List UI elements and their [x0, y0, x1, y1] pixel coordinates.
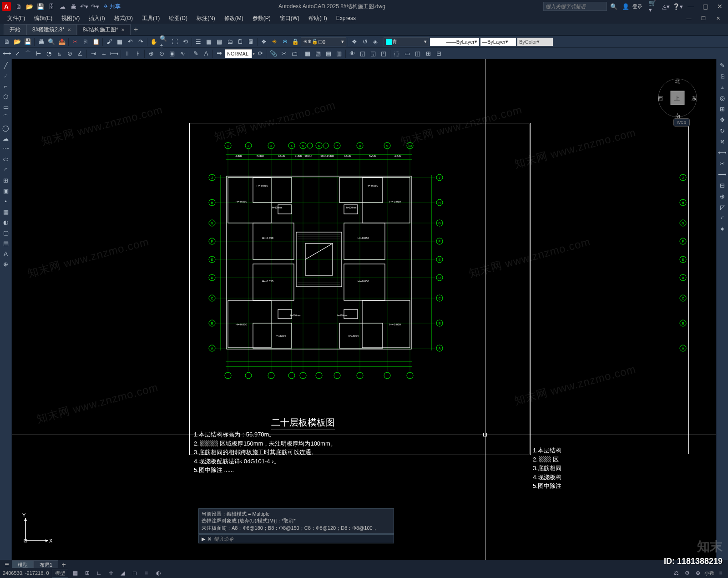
circle-icon[interactable]: ◯ [1, 123, 11, 133]
ref-attach-icon[interactable]: 📎 [268, 49, 278, 59]
menu-window[interactable]: 窗口(W) [276, 14, 303, 23]
misc4-icon[interactable]: ⊞ [423, 49, 433, 59]
menu-dim[interactable]: 标注(N) [193, 14, 219, 23]
extend-icon[interactable]: ⟶ [718, 169, 728, 179]
array-icon[interactable]: ⊞ [718, 104, 728, 114]
ellipse-icon[interactable]: ⬭ [1, 154, 11, 164]
pan-icon[interactable]: ✋ [149, 37, 159, 47]
mtext-icon[interactable]: A [1, 248, 11, 259]
copy-icon[interactable]: ⎘ [81, 37, 91, 47]
layer-state-icon[interactable]: ❖ [349, 37, 359, 47]
toolpalette-icon[interactable]: ▤ [214, 37, 224, 47]
lwt-icon[interactable]: ≡ [142, 569, 151, 577]
web-icon[interactable]: ☁ [57, 1, 67, 11]
rectangle-icon[interactable]: ▭ [1, 102, 11, 112]
designcenter-icon[interactable]: ▦ [204, 37, 214, 47]
close-icon[interactable]: ✕ [713, 0, 726, 13]
ellipse-arc-icon[interactable]: ◜ [1, 165, 11, 175]
dimtedit-icon[interactable]: A [201, 49, 211, 59]
doc-tab-start[interactable]: 开始 [4, 24, 26, 35]
pline-icon[interactable]: ⌐ [1, 81, 11, 91]
addselected-icon[interactable]: ⊕ [1, 259, 11, 269]
print-icon[interactable]: 🖶 [36, 37, 46, 47]
login-label[interactable]: 登录 [632, 3, 642, 10]
inspect-icon[interactable]: ▣ [167, 49, 177, 59]
plot-icon[interactable]: 🖶 [68, 1, 78, 11]
customize-icon[interactable]: ≡ [716, 569, 725, 577]
view4-icon[interactable]: ◳ [379, 49, 389, 59]
save-icon[interactable]: 💾 [23, 37, 33, 47]
dimedit-icon[interactable]: ✎ [191, 49, 201, 59]
transparency-icon[interactable]: ◐ [154, 569, 163, 577]
break-icon[interactable]: ⊟ [718, 180, 728, 190]
misc2-icon[interactable]: ▭ [402, 49, 412, 59]
dim-baseline-icon[interactable]: ⫠ [99, 49, 109, 59]
xline-icon[interactable]: ⟋ [1, 71, 11, 81]
dim-aligned-icon[interactable]: ⤢ [12, 49, 22, 59]
explode-icon[interactable]: ✶ [718, 224, 728, 234]
copy-icon[interactable]: ⎘ [718, 71, 728, 81]
view2-icon[interactable]: ◱ [358, 49, 368, 59]
color-dropdown[interactable]: 青 ▾ [384, 37, 429, 46]
osnap-icon[interactable]: ◻ [130, 569, 139, 577]
tolerance-icon[interactable]: ⊕ [146, 49, 156, 59]
layer-iso-icon[interactable]: ◈ [370, 37, 380, 47]
menu-help[interactable]: 帮助(H) [305, 14, 331, 23]
trim-icon[interactable]: ✂ [718, 158, 728, 168]
tab-close-icon[interactable]: ✕ [121, 27, 125, 32]
add-tab-button[interactable]: + [131, 24, 142, 35]
join-icon[interactable]: ⊕ [718, 191, 728, 201]
dim-continue-icon[interactable]: ⟼ [109, 49, 119, 59]
misc5-icon[interactable]: ⊟ [434, 49, 444, 59]
zoom-prev-icon[interactable]: ⟲ [180, 37, 190, 47]
tab-close-icon[interactable]: ✕ [67, 27, 71, 32]
dim-update-icon[interactable]: ⟳ [255, 49, 265, 59]
misc3-icon[interactable]: ◫ [413, 49, 423, 59]
table-icon[interactable]: ▤ [1, 238, 11, 248]
revcloud-icon[interactable]: ☁ [1, 133, 11, 143]
gradient-icon[interactable]: ◐ [1, 217, 11, 227]
dim-arc-icon[interactable]: ⌒ [23, 49, 33, 59]
linetype-dropdown[interactable]: —— ByLayer ▾ [430, 37, 480, 46]
mirror-icon[interactable]: ⟁ [718, 82, 728, 92]
search-icon[interactable]: 🔍 [609, 1, 619, 11]
cart-icon[interactable]: 🛒▾ [649, 1, 659, 11]
layer-prev-icon[interactable]: ↺ [360, 37, 370, 47]
region-icon[interactable]: ▢ [1, 228, 11, 238]
viewcube[interactable]: 上 北 南 西 东 [657, 77, 698, 118]
fillet-icon[interactable]: ◜ [718, 213, 728, 223]
layer-dropdown[interactable]: ☀❄🔓▢ 0 ▾ [301, 37, 346, 46]
rotate-icon[interactable]: ↻ [718, 126, 728, 136]
dimstyle-input[interactable] [225, 49, 252, 58]
express1-icon[interactable]: ▦ [303, 49, 313, 59]
wcs-label[interactable]: WCS [673, 118, 690, 127]
share-button[interactable]: ✈ 共享 [104, 3, 121, 10]
workspace-icon[interactable]: ⚙ [682, 569, 692, 577]
ref-clip-icon[interactable]: ✂ [279, 49, 289, 59]
drawing-canvas[interactable]: 知末网 www.znzmo.com 知末网 www.znzmo.com 知末网 … [12, 59, 716, 563]
menu-format[interactable]: 格式(O) [111, 14, 136, 23]
menu-express[interactable]: Express [333, 14, 359, 22]
point-icon[interactable]: • [1, 196, 11, 206]
properties-icon[interactable]: ☰ [193, 37, 203, 47]
insert-icon[interactable]: ⊞ [1, 175, 11, 185]
dim-jogged-icon[interactable]: ⦝ [54, 49, 64, 59]
layer-icon[interactable]: ❖ [259, 37, 269, 47]
freeze-icon[interactable]: ❄ [280, 37, 290, 47]
save-icon[interactable]: 💾 [35, 1, 46, 11]
dim-angular-icon[interactable]: ∠ [75, 49, 85, 59]
sheetset-icon[interactable]: 🗂 [225, 37, 235, 47]
match-icon[interactable]: 🖌 [104, 37, 114, 47]
open-icon[interactable]: 📂 [12, 37, 22, 47]
doc-restore-icon[interactable]: ❐ [697, 12, 710, 25]
stretch-icon[interactable]: ⟷ [718, 147, 728, 157]
redo-icon[interactable]: ↷ [136, 37, 146, 47]
new-icon[interactable]: 🗎 [2, 37, 12, 47]
space-label[interactable]: 模型 [52, 569, 68, 578]
dim-break-icon[interactable]: ⫲ [133, 49, 143, 59]
menu-insert[interactable]: 插入(I) [85, 14, 108, 23]
lock-icon[interactable]: 🔒 [290, 37, 300, 47]
erase-icon[interactable]: ✎ [718, 60, 728, 70]
ortho-icon[interactable]: ∟ [95, 569, 104, 577]
search-input[interactable]: 键入关键字或短语 [543, 2, 607, 11]
